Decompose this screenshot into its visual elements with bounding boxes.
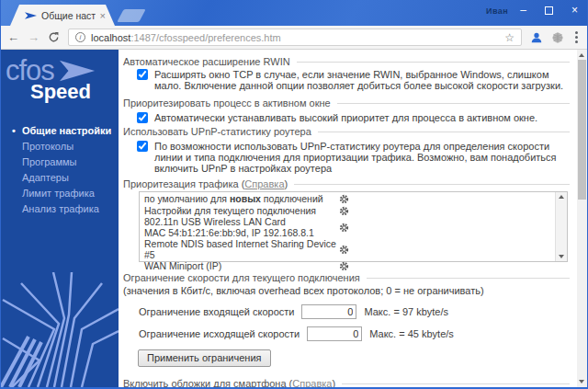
apply-limits-button[interactable]: Применить ограничения (138, 349, 271, 367)
list-item-current[interactable]: Настройки для текущего подключения (140, 206, 552, 217)
url-path: :1487/cfosspeed/preferences.htm (130, 32, 280, 43)
sidebar-item-protocols[interactable]: Протоколы (1, 140, 119, 154)
profile-name[interactable]: Иван (486, 6, 508, 16)
upnp-option-label: По возможности использовать UPnP-статист… (154, 141, 567, 174)
rx-limit-row: Ограничение входящей скорости Макс. = 97… (139, 304, 570, 319)
gear-icon[interactable] (339, 206, 349, 216)
skins-help-link[interactable]: Справка (292, 378, 332, 387)
speed-limit-note: (значения в Кбит/с, включая overhead все… (123, 285, 570, 297)
reload-icon[interactable] (48, 31, 60, 43)
tab-close-icon[interactable]: × (100, 11, 106, 20)
rwin-option: Расширять окно TCP в случае, если значен… (137, 69, 567, 91)
cfos-favicon-icon (25, 11, 37, 20)
section-traffic-title: Приоритезация трафика (Справка) (123, 178, 570, 190)
rx-max-label: Макс. = 97 kbyte/s (364, 306, 448, 317)
active-bullet: • (12, 125, 16, 137)
tx-limit-label: Ограничение исходящей скорости (139, 328, 300, 339)
sidebar-item-adapters[interactable]: Адаптеры (1, 171, 119, 185)
tx-limit-input[interactable] (307, 326, 362, 341)
url-text: localhost:1487/cfosspeed/preferences.htm (91, 32, 499, 43)
bookmark-star-icon[interactable]: ☆ (504, 31, 514, 44)
preferences-page: Автоматическое расширение RWIN Расширять… (119, 50, 577, 387)
url-host: localhost (91, 32, 130, 43)
connections-listbox: по умолчанию для новых подключений Настр… (139, 191, 568, 262)
gear-icon[interactable] (339, 261, 349, 271)
sidebar-menu: • Общие настройки Протоколы Программы Ад… (1, 124, 119, 216)
scroll-down-icon[interactable] (559, 255, 564, 258)
browser-tab[interactable]: Общие настройки × (10, 5, 115, 26)
tab-title: Общие настройки (41, 10, 96, 21)
section-upnp-title: Использовать UPnP-статистику роутера (123, 126, 570, 138)
browser-window: Общие настройки × Иван – × ← → i localho… (0, 0, 588, 389)
sidebar-item-traffic-analysis[interactable]: Анализ трафика (1, 202, 119, 216)
close-button[interactable]: × (571, 5, 578, 16)
sidebar-item-general[interactable]: • Общие настройки (1, 124, 119, 138)
upnp-checkbox[interactable] (137, 141, 148, 152)
back-icon[interactable]: ← (7, 31, 19, 44)
traffic-help-link[interactable]: Справка (244, 178, 284, 189)
address-bar[interactable]: i localhost:1487/cfosspeed/preferences.h… (68, 29, 522, 46)
browser-toolbar: ← → i localhost:1487/cfosspeed/preferenc… (1, 26, 587, 50)
tx-max-label: Макс. = 45 kbyte/s (369, 328, 454, 339)
priority-option-label: Автоматически устанавливать высокий прио… (154, 112, 537, 123)
scroll-up-icon[interactable] (579, 53, 584, 57)
extension-globe-icon[interactable] (551, 31, 564, 44)
list-item-wan-miniport[interactable]: WAN Miniport (IP) (140, 261, 552, 272)
logo-text-speed: Speed (30, 80, 119, 104)
sidebar: cfos Speed • Общие настройки Протоколы П… (1, 50, 119, 387)
page-info-icon[interactable]: i (75, 32, 85, 42)
rwin-checkbox[interactable] (137, 69, 148, 80)
forward-icon[interactable]: → (28, 31, 40, 44)
scrollbar-thumb[interactable] (578, 60, 586, 200)
cfosspeed-logo: cfos Speed (1, 50, 119, 104)
minimize-button[interactable]: – (520, 5, 526, 16)
listbox-scrollbar[interactable] (555, 192, 567, 261)
title-bar: Общие настройки × Иван – × (1, 0, 587, 26)
list-item-ndis[interactable]: Remote NDIS based Internet Sharing Devic… (140, 239, 552, 260)
gear-icon[interactable] (339, 194, 349, 204)
priority-option: Автоматически устанавливать высокий прио… (137, 112, 567, 123)
sidebar-decoration (1, 272, 119, 387)
extension-profile-icon[interactable] (530, 31, 543, 44)
scroll-down-icon[interactable] (579, 380, 584, 383)
chrome-menu-icon[interactable] (572, 31, 581, 43)
sidebar-item-programs[interactable]: Программы (1, 155, 119, 169)
tx-limit-row: Ограничение исходящей скорости Макс. = 4… (139, 326, 570, 341)
gear-icon[interactable] (339, 245, 349, 255)
new-tab-button[interactable] (117, 9, 145, 22)
page-scrollbar[interactable] (577, 50, 587, 387)
list-item-wlan[interactable]: 802.11n USB Wireless LAN CardMAC 54:b1:2… (140, 217, 552, 238)
rx-limit-input[interactable] (301, 304, 356, 319)
rx-limit-label: Ограничение входящей скорости (139, 306, 294, 317)
list-item-default[interactable]: по умолчанию для новых подключений (140, 194, 552, 205)
scroll-up-icon[interactable] (559, 195, 564, 199)
maximize-button[interactable] (545, 6, 553, 15)
rwin-option-label: Расширять окно TCP в случае, если значен… (154, 69, 567, 91)
upnp-option: По возможности использовать UPnP-статист… (137, 141, 567, 174)
gear-icon[interactable] (339, 223, 349, 233)
priority-checkbox[interactable] (137, 112, 148, 123)
sidebar-item-traffic-limit[interactable]: Лимит трафика (1, 187, 119, 200)
section-rwin-title: Автоматическое расширение RWIN (123, 56, 570, 68)
section-speed-limit-title: Ограничение скорости для текущего подклю… (123, 272, 570, 284)
section-skins-title: Включить обложки для смартфона (Справка) (123, 378, 570, 387)
section-priority-title: Приоритезировать процесс в активном окне (123, 97, 570, 109)
